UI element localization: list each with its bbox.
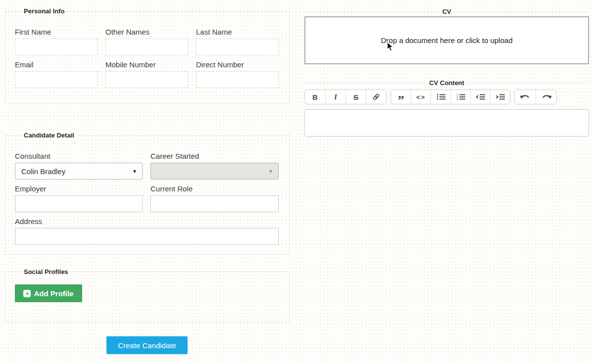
- italic-button[interactable]: I: [325, 90, 346, 104]
- career-started-label: Career Started: [150, 152, 279, 161]
- consultant-selected-value: Colin Bradley: [21, 167, 65, 176]
- indent-button[interactable]: [490, 90, 510, 104]
- bold-button[interactable]: B: [305, 90, 325, 104]
- cv-content-toolbar: B I S: [304, 90, 589, 104]
- plus-icon: +: [23, 290, 31, 297]
- undo-button[interactable]: [515, 90, 536, 104]
- employer-input[interactable]: [15, 195, 143, 212]
- code-icon: <>: [416, 93, 426, 101]
- cv-content-editor[interactable]: [304, 109, 589, 136]
- cv-content-legend: CV Content: [427, 79, 467, 87]
- last-name-cell: Last Name: [196, 28, 279, 55]
- personal-info-legend: Personal Info: [22, 7, 66, 15]
- direct-number-label: Direct Number: [196, 60, 279, 69]
- create-candidate-label: Create Candidate: [118, 341, 176, 350]
- ordered-list-button[interactable]: 1 2 3: [450, 90, 470, 104]
- indent-icon: [495, 93, 505, 100]
- employer-label: Employer: [15, 184, 143, 193]
- consultant-cell: Consultant Colin Bradley ▼: [15, 152, 143, 180]
- direct-number-input[interactable]: [196, 71, 279, 88]
- career-started-select[interactable]: ▼: [150, 163, 279, 180]
- unordered-list-icon: [437, 93, 445, 100]
- left-column: Personal Info First Name Other Names Las…: [5, 7, 290, 322]
- current-role-input[interactable]: [150, 195, 279, 212]
- email-label: Email: [15, 60, 98, 69]
- strikethrough-button[interactable]: S: [346, 90, 366, 104]
- address-label: Address: [15, 217, 279, 226]
- chevron-down-icon: ▼: [268, 169, 273, 174]
- outdent-button[interactable]: [470, 90, 490, 104]
- italic-icon: I: [334, 93, 337, 101]
- mobile-number-cell: Mobile Number: [105, 60, 188, 88]
- current-role-cell: Current Role: [150, 184, 279, 212]
- toolbar-group-blocks: ” <>: [391, 90, 510, 104]
- unordered-list-button[interactable]: [431, 90, 450, 104]
- add-profile-button[interactable]: + Add Profile: [15, 284, 82, 302]
- other-names-cell: Other Names: [105, 28, 188, 55]
- create-candidate-button[interactable]: Create Candidate: [106, 336, 188, 354]
- first-name-label: First Name: [15, 28, 98, 37]
- redo-icon: [541, 93, 552, 100]
- email-cell: Email: [15, 60, 98, 88]
- add-profile-label: Add Profile: [34, 289, 73, 298]
- other-names-input[interactable]: [105, 39, 188, 55]
- undo-icon: [520, 93, 531, 100]
- link-button[interactable]: [366, 90, 386, 104]
- email-input[interactable]: [15, 71, 98, 88]
- address-input[interactable]: [15, 228, 279, 245]
- social-profiles-legend: Social Profiles: [22, 268, 70, 275]
- chevron-down-icon: ▼: [132, 169, 137, 174]
- last-name-input[interactable]: [196, 39, 279, 55]
- cv-section: CV Drop a document here or click to uplo…: [304, 8, 589, 64]
- cv-dropzone-text: Drop a document here or click to upload: [381, 36, 513, 45]
- first-name-cell: First Name: [15, 28, 98, 55]
- right-column: CV Drop a document here or click to uplo…: [304, 8, 589, 138]
- candidate-detail-legend: Candidate Detail: [22, 132, 76, 139]
- first-name-input[interactable]: [15, 39, 98, 55]
- toolbar-group-history: [514, 90, 557, 104]
- employer-cell: Employer: [15, 184, 143, 212]
- bold-icon: B: [312, 93, 318, 101]
- link-icon: [372, 92, 381, 101]
- current-role-label: Current Role: [150, 184, 279, 193]
- candidate-detail-grid: Consultant Colin Bradley ▼ Career Starte…: [15, 152, 280, 245]
- last-name-label: Last Name: [196, 28, 279, 37]
- svg-text:3: 3: [456, 98, 458, 100]
- cv-dropzone[interactable]: Drop a document here or click to upload: [304, 16, 589, 64]
- mobile-number-input[interactable]: [105, 71, 188, 88]
- personal-info-section: Personal Info First Name Other Names Las…: [5, 7, 290, 104]
- cv-legend: CV: [440, 8, 453, 15]
- consultant-select[interactable]: Colin Bradley ▼: [15, 163, 143, 180]
- strikethrough-icon: S: [353, 93, 358, 101]
- code-button[interactable]: <>: [411, 90, 431, 104]
- career-started-cell: Career Started ▼: [150, 152, 279, 180]
- candidate-detail-section: Candidate Detail Consultant Colin Bradle…: [5, 132, 290, 255]
- other-names-label: Other Names: [105, 28, 188, 37]
- address-cell: Address: [15, 217, 279, 245]
- toolbar-group-formatting: B I S: [304, 90, 387, 104]
- direct-number-cell: Direct Number: [196, 60, 279, 88]
- cv-content-section: CV Content B I S: [304, 79, 589, 138]
- mobile-number-label: Mobile Number: [105, 60, 188, 69]
- ordered-list-icon: 1 2 3: [456, 93, 465, 100]
- outdent-icon: [476, 93, 485, 100]
- consultant-label: Consultant: [15, 152, 143, 161]
- social-profiles-section: Social Profiles + Add Profile: [5, 268, 290, 322]
- personal-info-grid: First Name Other Names Last Name Email M…: [15, 28, 280, 88]
- blockquote-button[interactable]: ”: [391, 90, 411, 104]
- redo-button[interactable]: [536, 90, 556, 104]
